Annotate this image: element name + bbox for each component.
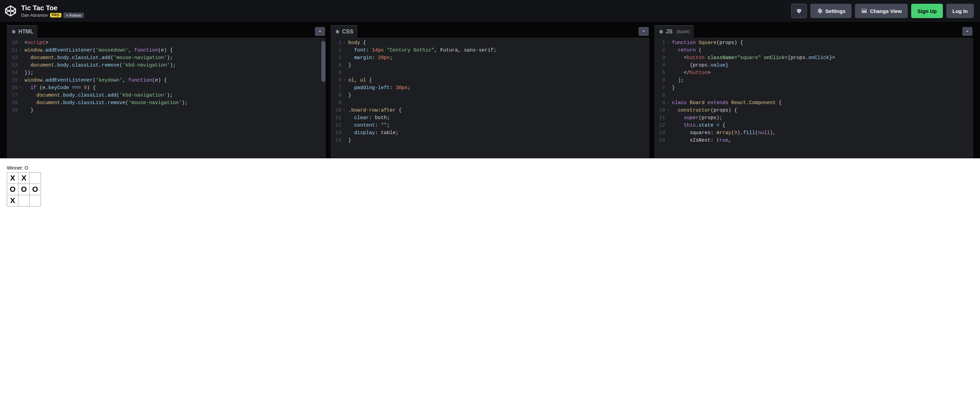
- settings-label: Settings: [825, 8, 845, 14]
- square[interactable]: O: [18, 184, 30, 195]
- editor-html-title: HTML: [18, 29, 33, 35]
- game-board: XXOOOX: [7, 173, 973, 206]
- log-in-button[interactable]: Log In: [946, 4, 974, 18]
- scrollbar[interactable]: [321, 41, 325, 82]
- sign-up-label: Sign Up: [917, 8, 937, 14]
- chevron-down-icon: [965, 29, 970, 34]
- board-row: X: [7, 195, 973, 206]
- square[interactable]: O: [7, 184, 18, 195]
- editor-js-title: JS: [666, 29, 673, 35]
- square[interactable]: [29, 195, 41, 206]
- header-actions: Settings Change View Sign Up Log In: [791, 4, 974, 18]
- codepen-logo-icon[interactable]: [3, 4, 18, 18]
- pen-title[interactable]: Tic Tac Toe: [21, 4, 84, 12]
- logo-block: Tic Tac Toe Dan Abramov PRO + Follow: [3, 4, 84, 18]
- gear-icon[interactable]: [11, 29, 16, 34]
- love-button[interactable]: [791, 4, 807, 18]
- header: Tic Tac Toe Dan Abramov PRO + Follow Set…: [0, 0, 980, 22]
- square[interactable]: [29, 173, 41, 184]
- gear-icon: [816, 8, 822, 14]
- square[interactable]: X: [7, 195, 18, 206]
- layout-icon: [861, 8, 867, 14]
- editor-html-dropdown[interactable]: [315, 27, 325, 36]
- log-in-label: Log In: [952, 8, 968, 14]
- board-row: XX: [7, 173, 973, 184]
- follow-button[interactable]: + Follow: [64, 13, 84, 18]
- game-status: Winner: O: [7, 165, 973, 171]
- preview-pane: Winner: O XXOOOX: [0, 158, 980, 417]
- chevron-down-icon: [641, 29, 646, 34]
- editor-row: HTML 10111213141516171819 <script>window…: [0, 22, 980, 158]
- follow-label: Follow: [69, 13, 81, 18]
- svg-rect-1: [862, 10, 866, 11]
- editor-css-code[interactable]: 1234567891011121314 body { font: 14px "C…: [331, 38, 649, 158]
- pro-badge: PRO: [50, 13, 61, 18]
- board-row: OOO: [7, 184, 973, 195]
- editor-tab-js[interactable]: JS (Babel): [654, 25, 694, 38]
- editor-tab-html[interactable]: HTML: [7, 25, 38, 38]
- heart-icon: [795, 8, 802, 14]
- square[interactable]: O: [29, 184, 41, 195]
- gear-icon[interactable]: [658, 29, 663, 34]
- settings-button[interactable]: Settings: [810, 4, 851, 18]
- pen-author[interactable]: Dan Abramov: [21, 13, 48, 18]
- square[interactable]: X: [7, 173, 18, 184]
- editor-js-dropdown[interactable]: [962, 27, 972, 36]
- editor-html: HTML 10111213141516171819 <script>window…: [7, 25, 326, 158]
- square[interactable]: X: [18, 173, 30, 184]
- chevron-down-icon: [318, 29, 322, 34]
- change-view-label: Change View: [870, 8, 902, 14]
- editor-html-code[interactable]: 10111213141516171819 <script>window.addE…: [7, 38, 326, 158]
- editor-js-preprocessor: (Babel): [677, 29, 690, 34]
- editor-js: JS (Babel) 1234567891011121314 function …: [654, 25, 973, 158]
- sign-up-button[interactable]: Sign Up: [911, 4, 943, 18]
- plus-icon: +: [66, 13, 68, 18]
- editor-js-code[interactable]: 1234567891011121314 function Square(prop…: [654, 38, 973, 158]
- editor-tab-css[interactable]: CSS: [331, 25, 358, 38]
- editor-css-dropdown[interactable]: [639, 27, 649, 36]
- editor-css-title: CSS: [342, 29, 353, 35]
- change-view-button[interactable]: Change View: [855, 4, 908, 18]
- square[interactable]: [18, 195, 30, 206]
- editor-css: CSS 1234567891011121314 body { font: 14p…: [331, 25, 649, 158]
- gear-icon[interactable]: [335, 29, 339, 34]
